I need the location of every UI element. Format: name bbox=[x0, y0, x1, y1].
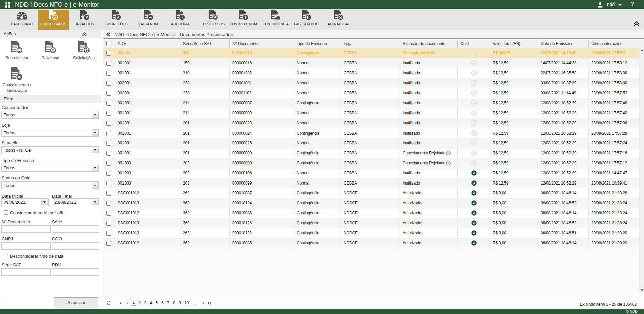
svg-text:?: ? bbox=[447, 151, 449, 155]
svg-text:?: ? bbox=[447, 161, 449, 165]
